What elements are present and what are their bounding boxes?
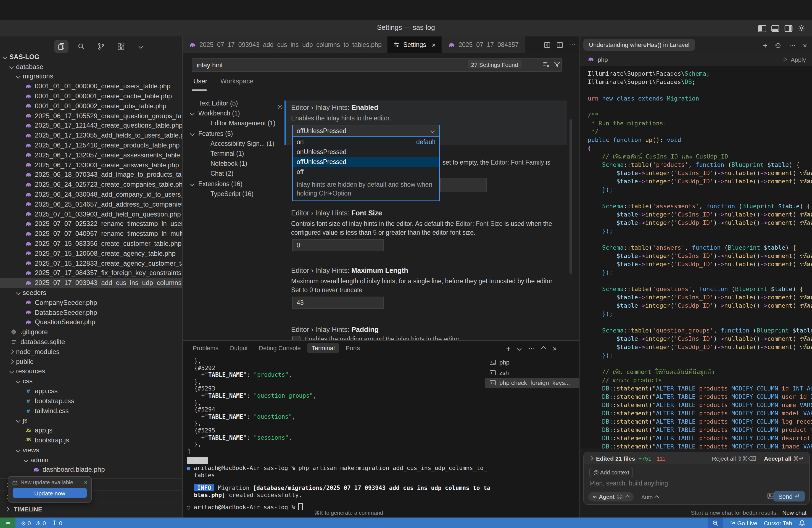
edited-files-bar[interactable]: Edited 21 files +751 -111 Reject all ⇧⌘⌫… (584, 452, 809, 464)
ports-status[interactable]: 0 (52, 519, 62, 526)
close-icon[interactable]: × (432, 41, 436, 48)
tree-folder-admin[interactable]: admin (0, 455, 182, 465)
chat-input-placeholder[interactable]: Plan, search, build anything (590, 480, 668, 487)
settings-gear-icon[interactable] (798, 24, 806, 32)
inlay-hints-enabled-select[interactable]: offUnlessPressed (292, 125, 440, 137)
tab-migration-084357[interactable]: 2025_07_17_084357_ (442, 36, 525, 53)
problems-status[interactable]: ⊗0⚠0 (21, 519, 46, 526)
maximize-panel-icon[interactable] (541, 346, 546, 351)
tree-item-database.sqlite[interactable]: database.sqlite (0, 337, 182, 347)
timeline-section[interactable]: TIMELINE (0, 503, 182, 515)
tree-folder-SAS-LOG[interactable]: SAS-LOG (0, 52, 182, 62)
new-chat-icon[interactable]: + (763, 41, 767, 50)
tab-settings[interactable]: Settings × (388, 36, 442, 53)
apply-button[interactable]: Apply (783, 56, 806, 63)
toc-item-Extensions (16)[interactable]: Extensions (16) (183, 179, 282, 189)
close-icon[interactable]: × (803, 41, 807, 49)
toggle-left-panel-icon[interactable] (758, 25, 766, 32)
tree-folder-resources[interactable]: resources (0, 366, 182, 377)
tree-item-2025_06_24_030048_add_company_id_to_users_tabl...[interactable]: 2025_06_24_030048_add_company_id_to_user… (0, 189, 182, 200)
tree-item-2025_06_17_123055_add_fields_to_users_table.php[interactable]: 2025_06_17_123055_add_fields_to_users_ta… (0, 131, 182, 141)
source-control-icon[interactable] (94, 40, 108, 53)
tree-folder-css[interactable]: css (0, 377, 182, 386)
tree-item-0001_01_01_000000_create_users_table.php[interactable]: 0001_01_01_000000_create_users_table.php (0, 82, 182, 91)
tree-item-2025_07_17_093943_add_cus_ins_udp_columns_to_ta...[interactable]: 2025_07_17_093943_add_cus_ins_udp_column… (0, 278, 182, 288)
dropdown-option-off[interactable]: off (293, 167, 439, 177)
history-icon[interactable] (775, 42, 782, 49)
tree-item-2025_07_01_033903_add_field_on_question.php[interactable]: 2025_07_01_033903_add_field_on_question.… (0, 209, 182, 219)
go-live-button[interactable]: Go Live (729, 519, 757, 526)
tree-item-2025_07_07_040957_rename_timestamp_in_multiple_t...[interactable]: 2025_07_07_040957_rename_timestamp_in_mu… (0, 229, 182, 239)
update-now-button[interactable]: Update now (13, 488, 87, 498)
tree-folder-node_modules[interactable]: node_modules (0, 347, 182, 357)
settings-search-input[interactable]: inlay hint 27 Settings Found (192, 58, 562, 72)
tab-migration-093943[interactable]: 2025_07_17_093943_add_cus_ins_udp_column… (183, 36, 388, 53)
more-icon[interactable]: ⋯ (528, 344, 535, 352)
tree-folder-public[interactable]: public (0, 356, 182, 366)
tree-folder-database[interactable]: database (0, 62, 182, 72)
tree-item-bootstrap.css[interactable]: #bootstrap.css (0, 396, 182, 406)
tree-item-.gitignore[interactable]: .gitignore (0, 327, 182, 337)
terminal-session-php[interactable]: php (485, 357, 579, 368)
toc-item-Terminal (1)[interactable]: Terminal (1) (183, 149, 282, 159)
toc-item-Editor Management (1)[interactable]: Editor Management (1) (183, 118, 282, 128)
add-context-chip[interactable]: @ Add context (590, 468, 633, 477)
tree-item-2025_06_17_105529_create_question_groups_table.php[interactable]: 2025_06_17_105529_create_question_groups… (0, 111, 182, 121)
setting-gear-icon[interactable] (277, 104, 284, 111)
tree-item-app.js[interactable]: JSapp.js (0, 426, 182, 436)
tree-folder-js[interactable]: js (0, 415, 182, 426)
tree-item-2025_06_17_132057_create_assessments_table.php[interactable]: 2025_06_17_132057_create_assessments_tab… (0, 150, 182, 160)
tree-item-0001_01_01_000002_create_jobs_table.php[interactable]: 0001_01_01_000002_create_jobs_table.php (0, 101, 182, 111)
terminal-prompt[interactable]: ○ aritach@MacBook-Air sas-log % (187, 503, 303, 510)
more-actions-icon[interactable]: ⋯ (569, 41, 576, 48)
terminal-dropdown-icon[interactable] (517, 346, 522, 351)
agent-mode-selector[interactable]: ∞Agent⌘I (588, 492, 634, 501)
tree-folder-views[interactable]: views (0, 445, 182, 455)
tree-folder-migrations[interactable]: migrations (0, 72, 182, 82)
chat-tab[interactable]: Understanding whereHas() in Laravel (583, 39, 695, 51)
reject-all-button[interactable]: Reject all ⇧⌘⌫ (712, 455, 756, 461)
extensions-icon[interactable] (114, 40, 128, 53)
panel-tab-Problems[interactable]: Problems (188, 343, 223, 353)
split-editor-icon[interactable] (543, 41, 551, 48)
chevron-down-icon[interactable] (134, 40, 148, 53)
font-size-input[interactable]: 0 (292, 239, 384, 251)
more-icon[interactable]: ⋯ (789, 41, 796, 49)
toc-item-Chat (2)[interactable]: Chat (2) (183, 169, 282, 179)
dropdown-option-offUnlessPressed[interactable]: offUnlessPressed (293, 157, 439, 167)
tree-item-2025_07_15_122833_create_agency_customer_table.p...[interactable]: 2025_07_15_122833_create_agency_customer… (0, 258, 182, 268)
model-selector[interactable]: Auto (641, 494, 658, 500)
toggle-bottom-panel-icon[interactable] (771, 25, 779, 32)
maximum-length-input[interactable]: 43 (292, 297, 384, 309)
dropdown-option-on[interactable]: ondefault (293, 137, 439, 147)
remote-indicator[interactable]: >< (0, 517, 15, 528)
toc-item-Accessibility Sign... (1)[interactable]: Accessibility Sign... (1) (183, 138, 282, 149)
filter-icon[interactable] (553, 61, 561, 68)
explorer-icon[interactable] (54, 40, 69, 53)
panel-tab-Ports[interactable]: Ports (342, 343, 364, 353)
layout-panel-icon[interactable] (556, 41, 563, 48)
tree-item-2025_06_17_133003_create_answers_table.php[interactable]: 2025_06_17_133003_create_answers_table.p… (0, 160, 182, 170)
toc-item-Features (5)[interactable]: Features (5) (183, 128, 282, 138)
terminal-session-zsh[interactable]: zsh (485, 368, 579, 378)
accept-all-button[interactable]: Accept all ⌘↵ (764, 455, 804, 461)
tree-item-QuestionSeeder.php[interactable]: QuestionSeeder.php (0, 317, 182, 327)
zoom-out-icon[interactable] (707, 517, 723, 528)
toggle-right-panel-icon[interactable] (784, 25, 793, 32)
toc-item-Workbench (1)[interactable]: Workbench (1) (183, 108, 282, 118)
padding-checkbox[interactable] (292, 336, 301, 340)
tree-item-2025_07_15_083356_create_customer_table.php[interactable]: 2025_07_15_083356_create_customer_table.… (0, 239, 182, 249)
tree-item-DatabaseSeeder.php[interactable]: DatabaseSeeder.php (0, 307, 182, 317)
toc-item-Text Editor (5)[interactable]: Text Editor (5) (183, 98, 282, 108)
panel-tab-Output[interactable]: Output (225, 343, 252, 353)
toc-item-Notebook (1)[interactable]: Notebook (1) (183, 159, 282, 168)
tree-item-2025_06_18_070343_add_image_to_products_table.p...[interactable]: 2025_06_18_070343_add_image_to_products_… (0, 170, 182, 180)
tree-item-2025_06_17_121443_create_questions_table.php[interactable]: 2025_06_17_121443_create_questions_table… (0, 121, 182, 131)
send-button[interactable]: Send↵ (773, 491, 805, 501)
tree-item-2025_07_17_084357_fix_foreign_key_constraints.php[interactable]: 2025_07_17_084357_fix_foreign_key_constr… (0, 268, 182, 278)
tree-item-2025_07_15_120608_create_agency_table.php[interactable]: 2025_07_15_120608_create_agency_table.ph… (0, 249, 182, 259)
tree-item-bootstrap.js[interactable]: JSbootstrap.js (0, 435, 182, 445)
panel-tab-Terminal[interactable]: Terminal (307, 343, 339, 353)
cursor-tab-status[interactable]: Cursor Tab (764, 519, 792, 526)
scope-tab-workspace[interactable]: Workspace (220, 77, 253, 85)
